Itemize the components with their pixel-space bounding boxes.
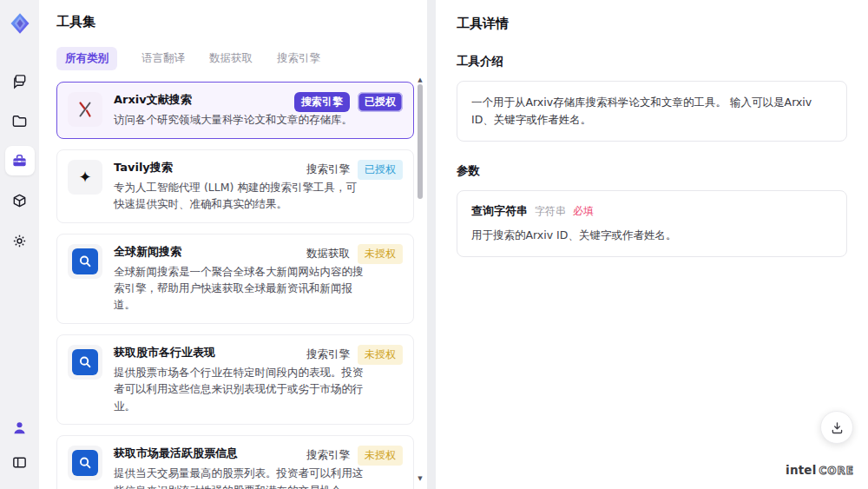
tool-category-badge: 搜索引擎 (306, 162, 350, 177)
tool-badges: 数据获取 未授权 (306, 244, 403, 264)
category-tabs: 所有类别语言翻译数据获取搜索引擎 (56, 47, 413, 70)
tool-auth-badge: 已授权 (358, 92, 403, 112)
app: { "colors": { "accent_purple": "#5742d6"… (0, 0, 868, 489)
parameter-required-badge: 必填 (573, 204, 594, 219)
tool-detail-panel: 工具详情 工具介绍 一个用于从Arxiv存储库搜索科学论文和文章的工具。 输入可… (436, 0, 868, 489)
tool-badges: 搜索引擎 已授权 (294, 92, 403, 112)
gear-icon (11, 233, 28, 249)
tool-category-badge: 搜索引擎 (294, 92, 350, 112)
scrollbar-thumb[interactable] (418, 84, 423, 199)
app-logo[interactable] (7, 10, 33, 36)
tab-language-translation[interactable]: 语言翻译 (141, 47, 185, 70)
tool-auth-badge: 已授权 (358, 160, 403, 180)
user-icon (11, 420, 28, 436)
tool-card-tavily-search[interactable]: ✦ Tavily搜索 专为人工智能代理 (LLM) 构建的搜索引擎工具，可快速提… (56, 149, 414, 223)
tool-badges: 搜索引擎 未授权 (306, 345, 403, 365)
sidebar-item-chat[interactable] (5, 66, 35, 96)
tool-list: ✦ Arxiv文献搜索 访问各个研究领域大量科学论文和文章的存储库。 搜索引擎 … (56, 82, 414, 489)
brand-core-text: CORE (819, 465, 854, 477)
intro-text: 一个用于从Arxiv存储库搜索科学论文和文章的工具。 输入可以是Arxiv ID… (471, 94, 832, 129)
tool-list-panel: 工具集 所有类别语言翻译数据获取搜索引擎 ✦ (39, 0, 427, 489)
tool-description: 专为人工智能代理 (LLM) 构建的搜索引擎工具，可快速提供实时、准确和真实的结… (114, 179, 367, 213)
tab-data-acquisition[interactable]: 数据获取 (209, 47, 253, 70)
tool-icon: ✦ (68, 244, 102, 279)
tool-card-arxiv-search[interactable]: ✦ Arxiv文献搜索 访问各个研究领域大量科学论文和文章的存储库。 搜索引擎 … (56, 82, 414, 139)
tool-auth-badge: 未授权 (358, 244, 403, 264)
tavily-star-icon: ✦ (78, 169, 91, 185)
intel-core-logo: intel CORE (786, 463, 854, 477)
folder-icon (11, 113, 28, 129)
intro-heading: 工具介绍 (457, 54, 847, 69)
tab-all-categories[interactable]: 所有类别 (56, 47, 117, 70)
tool-card-stock-sector-performance[interactable]: ✦ 获取股市各行业表现 提供股票市场各个行业在特定时间段内的表现。投资者可以利用… (56, 334, 414, 425)
tool-description: 提供当天交易量最高的股票列表。投资者可以利用这些信息来识别流动性强的股票和潜在的… (114, 465, 367, 489)
nav-rail (0, 0, 39, 489)
sidebar-item-plugins[interactable] (5, 186, 35, 215)
news-app-icon (72, 450, 98, 476)
sidebar-item-files[interactable] (5, 106, 35, 135)
download-icon (830, 420, 845, 435)
tool-icon: ✦ (68, 345, 102, 380)
tool-badges: 搜索引擎 已授权 (306, 160, 403, 180)
tool-card-most-active-stocks[interactable]: ✦ 获取市场最活跃股票信息 提供当天交易量最高的股票列表。投资者可以利用这些信息… (56, 435, 414, 489)
tab-search-engine[interactable]: 搜索引擎 (277, 47, 320, 70)
sidebar-item-settings[interactable] (5, 226, 35, 255)
page-title: 工具集 (56, 14, 413, 30)
news-app-icon (72, 248, 98, 274)
tool-icon: ✦ (68, 446, 102, 480)
tool-auth-badge: 未授权 (358, 345, 403, 365)
sidebar-collapse-button[interactable] (5, 447, 35, 477)
tool-auth-badge: 未授权 (358, 446, 403, 466)
sidebar-item-tools-active[interactable] (5, 146, 35, 175)
sidebar-item-account[interactable] (5, 413, 35, 442)
tool-badges: 搜索引擎 未授权 (306, 446, 403, 466)
chat-icon (11, 73, 28, 89)
arxiv-logo-icon (76, 100, 95, 119)
tool-category-badge: 搜索引擎 (306, 448, 350, 463)
tool-icon: ✦ (68, 160, 102, 195)
parameter-card: 查询字符串 字符串 必填 用于搜索的Arxiv ID、关键字或作者姓名。 (457, 190, 847, 257)
tool-icon: ✦ (68, 92, 102, 127)
tool-description: 访问各个研究领域大量科学论文和文章的存储库。 (114, 111, 352, 128)
news-app-icon (72, 349, 98, 375)
params-heading: 参数 (457, 163, 847, 179)
scrollbar-up-arrow[interactable]: ▲ (416, 76, 424, 83)
panel-toggle-icon (11, 454, 28, 471)
briefcase-icon (11, 153, 28, 169)
intro-card: 一个用于从Arxiv存储库搜索科学论文和文章的工具。 输入可以是Arxiv ID… (457, 81, 847, 142)
gem-logo-icon (8, 11, 32, 36)
parameter-header: 查询字符串 字符串 必填 (471, 203, 832, 219)
download-button[interactable] (820, 411, 853, 444)
parameter-name: 查询字符串 (471, 203, 528, 219)
brand-intel-text: intel (786, 463, 816, 477)
tool-category-badge: 搜索引擎 (306, 347, 350, 362)
tool-description: 全球新闻搜索是一个聚合全球各大新闻网站内容的搜索引擎，帮助用户快速获取全球最新资… (114, 263, 367, 314)
list-scrollbar: ▲ ▼ (416, 76, 424, 482)
tool-card-global-news-search[interactable]: ✦ 全球新闻搜索 全球新闻搜索是一个聚合全球各大新闻网站内容的搜索引擎，帮助用户… (56, 234, 414, 324)
tool-description: 提供股票市场各个行业在特定时间段内的表现。投资者可以利用这些信息来识别表现优于或… (114, 364, 367, 414)
parameter-type: 字符串 (535, 204, 566, 219)
tool-category-badge: 数据获取 (306, 247, 350, 261)
parameter-description: 用于搜索的Arxiv ID、关键字或作者姓名。 (471, 227, 832, 244)
detail-title: 工具详情 (457, 16, 847, 32)
cube-icon (11, 193, 28, 209)
scrollbar-down-arrow[interactable]: ▼ (416, 475, 424, 482)
